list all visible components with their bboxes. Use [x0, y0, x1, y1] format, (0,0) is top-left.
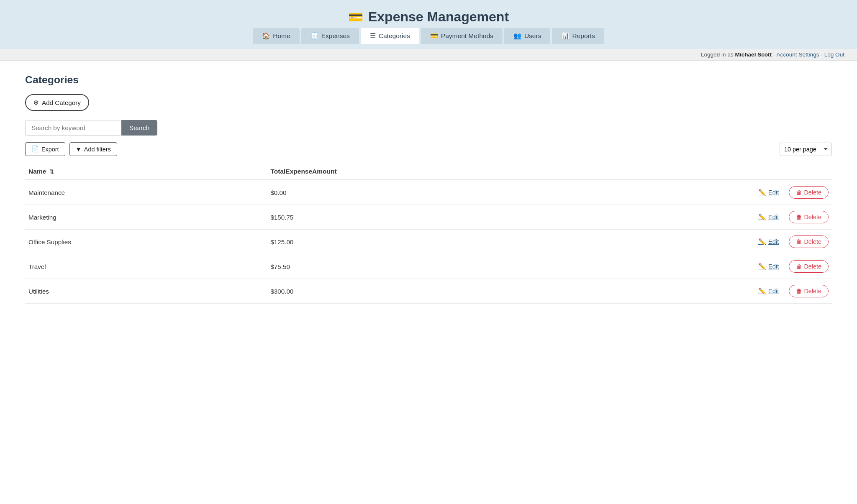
delete-button[interactable]: 🗑 Delete — [789, 285, 829, 297]
actions-cell: ✏️ Edit 🗑 Delete — [472, 211, 829, 223]
actions-cell: ✏️ Edit 🗑 Delete — [472, 285, 829, 297]
toolbar-row: 📄 Export ▼ Add filters 10 per page25 per… — [25, 142, 832, 156]
search-button[interactable]: Search — [121, 120, 157, 136]
actions-cell: ✏️ Edit 🗑 Delete — [472, 235, 829, 248]
actions-cell: ✏️ Edit 🗑 Delete — [472, 186, 829, 199]
filter-label: Add filters — [84, 146, 111, 153]
expenses-nav-icon: 🧾 — [310, 32, 318, 40]
edit-link[interactable]: ✏️ Edit — [758, 287, 779, 295]
separator1: - — [772, 51, 776, 58]
payment-methods-nav-icon: 💳 — [430, 32, 438, 40]
edit-icon: ✏️ — [758, 263, 766, 270]
category-name: Maintenance — [25, 180, 267, 205]
edit-icon: ✏️ — [758, 213, 766, 221]
home-nav-icon: 🏠 — [262, 32, 270, 40]
category-amount: $150.75 — [267, 205, 469, 230]
edit-label: Edit — [768, 214, 779, 220]
home-nav-label: Home — [273, 32, 290, 40]
edit-icon: ✏️ — [758, 287, 766, 295]
category-name: Travel — [25, 254, 267, 279]
categories-table: Name ⇅ TotalExpenseAmount Maintenance $0… — [25, 164, 832, 304]
delete-label: Delete — [804, 288, 821, 294]
delete-label: Delete — [804, 214, 821, 220]
search-row: Search — [25, 120, 832, 136]
top-bar: Logged in as Michael Scott - Account Set… — [0, 49, 857, 61]
trash-icon: 🗑 — [796, 288, 802, 294]
nav-item-users[interactable]: 👥Users — [504, 28, 551, 44]
edit-label: Edit — [768, 288, 779, 294]
add-filters-button[interactable]: ▼ Add filters — [69, 142, 117, 156]
per-page-select: 10 per page25 per page50 per page100 per… — [780, 143, 832, 156]
filter-icon: ▼ — [76, 146, 82, 153]
trash-icon: 🗑 — [796, 189, 802, 196]
edit-icon: ✏️ — [758, 189, 766, 196]
category-name: Office Supplies — [25, 230, 267, 254]
nav-item-categories[interactable]: ☰Categories — [361, 28, 419, 44]
category-actions: ✏️ Edit 🗑 Delete — [469, 205, 832, 230]
page-title: Categories — [25, 74, 832, 86]
nav-item-payment-methods[interactable]: 💳Payment Methods — [421, 28, 503, 44]
export-label: Export — [41, 146, 59, 153]
users-nav-icon: 👥 — [513, 32, 521, 40]
edit-link[interactable]: ✏️ Edit — [758, 189, 779, 196]
app-header: 💳 Expense Management 🏠Home🧾Expenses☰Cate… — [0, 0, 857, 49]
separator2: - — [819, 51, 824, 58]
categories-nav-icon: ☰ — [370, 32, 376, 40]
expenses-nav-label: Expenses — [321, 32, 350, 40]
delete-button[interactable]: 🗑 Delete — [789, 186, 829, 199]
username: Michael Scott — [735, 51, 772, 58]
per-page-dropdown[interactable]: 10 per page25 per page50 per page100 per… — [780, 143, 832, 156]
delete-label: Delete — [804, 189, 821, 196]
table-row: Office Supplies $125.00 ✏️ Edit 🗑 Delete — [25, 230, 832, 254]
table-row: Maintenance $0.00 ✏️ Edit 🗑 Delete — [25, 180, 832, 205]
category-name: Marketing — [25, 205, 267, 230]
col-header-actions — [469, 164, 832, 180]
delete-button[interactable]: 🗑 Delete — [789, 211, 829, 223]
table-header-row: Name ⇅ TotalExpenseAmount — [25, 164, 832, 180]
edit-link[interactable]: ✏️ Edit — [758, 213, 779, 221]
category-actions: ✏️ Edit 🗑 Delete — [469, 254, 832, 279]
edit-label: Edit — [768, 238, 779, 245]
trash-icon: 🗑 — [796, 263, 802, 270]
reports-nav-label: Reports — [572, 32, 595, 40]
delete-button[interactable]: 🗑 Delete — [789, 260, 829, 273]
trash-icon: 🗑 — [796, 238, 802, 245]
edit-icon: ✏️ — [758, 238, 766, 246]
add-category-label: Add Category — [42, 99, 81, 106]
table-header: Name ⇅ TotalExpenseAmount — [25, 164, 832, 180]
reports-nav-icon: 📊 — [561, 32, 569, 40]
delete-label: Delete — [804, 238, 821, 245]
search-input[interactable] — [25, 120, 121, 136]
logout-link[interactable]: Log Out — [824, 51, 844, 58]
sort-icon[interactable]: ⇅ — [49, 169, 54, 175]
add-category-button[interactable]: ⊕ Add Category — [25, 94, 89, 111]
add-icon: ⊕ — [33, 99, 39, 106]
category-actions: ✏️ Edit 🗑 Delete — [469, 279, 832, 304]
export-icon: 📄 — [31, 146, 39, 153]
main-content: Categories ⊕ Add Category Search 📄 Expor… — [0, 61, 857, 504]
account-settings-link[interactable]: Account Settings — [777, 51, 819, 58]
col-header-amount: TotalExpenseAmount — [267, 164, 469, 180]
trash-icon: 🗑 — [796, 214, 802, 220]
category-actions: ✏️ Edit 🗑 Delete — [469, 180, 832, 205]
category-amount: $125.00 — [267, 230, 469, 254]
category-actions: ✏️ Edit 🗑 Delete — [469, 230, 832, 254]
table-row: Marketing $150.75 ✏️ Edit 🗑 Delete — [25, 205, 832, 230]
nav-item-home[interactable]: 🏠Home — [253, 28, 299, 44]
export-button[interactable]: 📄 Export — [25, 142, 65, 156]
table-row: Utilities $300.00 ✏️ Edit 🗑 Delete — [25, 279, 832, 304]
category-name: Utilities — [25, 279, 267, 304]
users-nav-label: Users — [524, 32, 541, 40]
edit-link[interactable]: ✏️ Edit — [758, 263, 779, 270]
actions-cell: ✏️ Edit 🗑 Delete — [472, 260, 829, 273]
edit-link[interactable]: ✏️ Edit — [758, 238, 779, 246]
table-body: Maintenance $0.00 ✏️ Edit 🗑 Delete Marke… — [25, 180, 832, 304]
delete-button[interactable]: 🗑 Delete — [789, 235, 829, 248]
logged-in-text: Logged in as — [701, 51, 735, 58]
payment-methods-nav-label: Payment Methods — [441, 32, 493, 40]
edit-label: Edit — [768, 189, 779, 196]
main-nav: 🏠Home🧾Expenses☰Categories💳Payment Method… — [0, 25, 857, 44]
nav-item-expenses[interactable]: 🧾Expenses — [301, 28, 359, 44]
app-title: 💳 Expense Management — [0, 9, 857, 25]
nav-item-reports[interactable]: 📊Reports — [552, 28, 604, 44]
